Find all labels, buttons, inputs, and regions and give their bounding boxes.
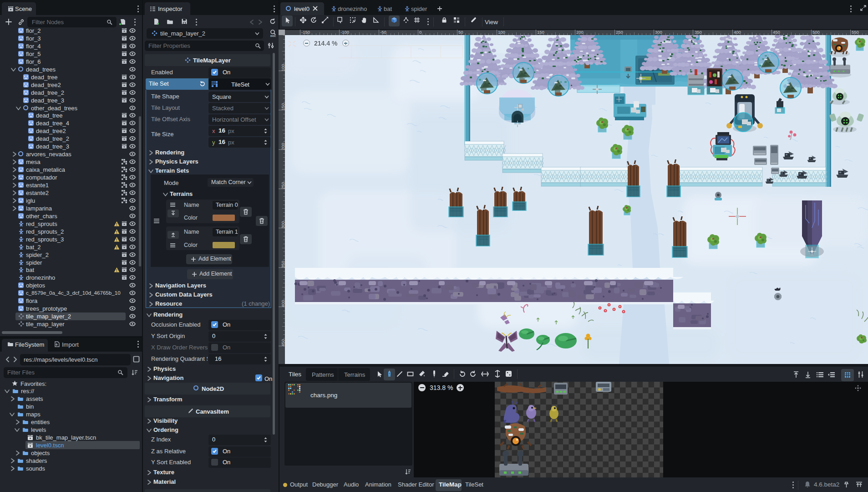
svg-text:DOC: DOC bbox=[270, 35, 276, 37]
